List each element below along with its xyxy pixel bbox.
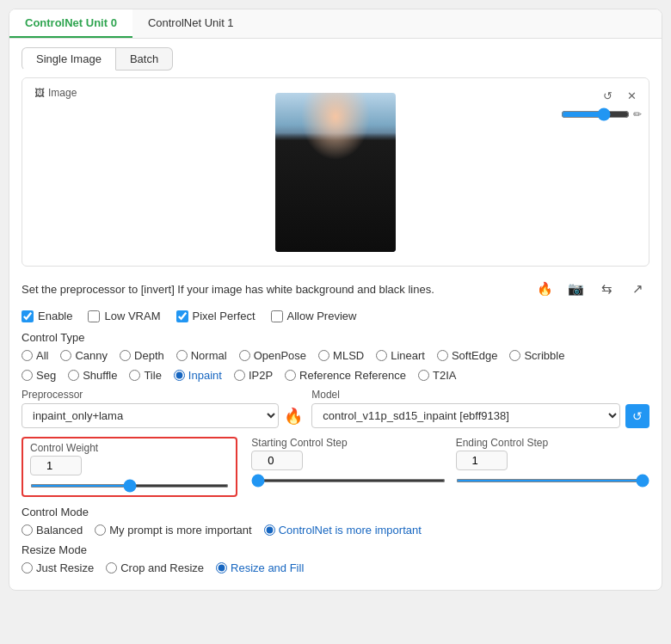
ending-step-input[interactable]: [456, 451, 508, 470]
reset-image-button[interactable]: ↺: [597, 85, 618, 106]
hint-text: Set the preprocessor to [invert] If your…: [22, 283, 434, 296]
radio-depth[interactable]: Depth: [120, 349, 164, 362]
ending-step-slider[interactable]: [456, 479, 649, 482]
starting-step-value-row: [251, 451, 445, 470]
tab-unit-1[interactable]: ControlNet Unit 1: [132, 9, 249, 38]
brightness-control: ✏: [561, 107, 642, 121]
fire-hint-icon[interactable]: 🔥: [532, 277, 557, 301]
tab-unit-0[interactable]: ControlNet Unit 0: [9, 9, 132, 38]
mode-tabs: Single Image Batch: [22, 47, 649, 71]
curve-hint-icon[interactable]: ↗: [625, 277, 649, 301]
radio-canny[interactable]: Canny: [60, 349, 108, 362]
low-vram-label: Low VRAM: [104, 310, 160, 322]
starting-step-input[interactable]: [251, 451, 303, 470]
resize-fill-label: Resize and Fill: [231, 561, 304, 574]
control-weight-slider[interactable]: [30, 484, 229, 488]
controlnet-important-label: ControlNet is more important: [279, 524, 422, 537]
radio-ip2p[interactable]: IP2P: [234, 369, 273, 382]
model-group: Model control_v11p_sd15_inpaint [ebff913…: [311, 389, 649, 428]
enable-checkbox-item[interactable]: Enable: [22, 310, 72, 322]
ending-step-value-row: [456, 451, 649, 470]
starting-step-slider[interactable]: [251, 479, 445, 482]
enable-checkbox[interactable]: [22, 310, 34, 322]
radio-reference[interactable]: ReferenceReference: [285, 369, 406, 382]
model-select[interactable]: control_v11p_sd15_inpaint [ebff9138]: [311, 403, 620, 428]
radio-seg[interactable]: Seg: [22, 369, 56, 382]
starting-step-label: Starting Control Step: [251, 437, 445, 449]
radio-mlsd[interactable]: MLSD: [318, 349, 364, 362]
camera-hint-icon[interactable]: 📷: [563, 277, 588, 301]
resize-mode-label: Resize Mode: [22, 543, 649, 556]
unit-tabs: ControlNet Unit 0 ControlNet Unit 1: [9, 9, 662, 39]
prompt-important-label: My prompt is more important: [109, 524, 251, 537]
preprocessor-group: Preprocessor inpaint_only+lama 🔥: [22, 389, 303, 428]
radio-resize-fill[interactable]: Resize and Fill: [216, 561, 304, 574]
radio-controlnet-important[interactable]: ControlNet is more important: [264, 524, 422, 537]
image-label: 🖼 Image: [29, 85, 82, 101]
image-actions: ↺ ✕: [597, 85, 642, 106]
model-select-row: control_v11p_sd15_inpaint [ebff9138] ↺: [311, 403, 649, 428]
low-vram-checkbox-item[interactable]: Low VRAM: [88, 310, 160, 322]
allow-preview-checkbox-item[interactable]: Allow Preview: [271, 310, 357, 322]
tab-single-image[interactable]: Single Image: [22, 47, 116, 71]
low-vram-checkbox[interactable]: [88, 310, 100, 322]
preprocessor-select-row: inpaint_only+lama 🔥: [22, 403, 303, 428]
control-weight-input[interactable]: [30, 456, 82, 475]
radio-softedge[interactable]: SoftEdge: [437, 349, 498, 362]
model-label: Model: [311, 389, 649, 401]
preproc-model-row: Preprocessor inpaint_only+lama 🔥 Model c…: [22, 389, 649, 428]
close-image-button[interactable]: ✕: [621, 85, 642, 106]
control-type-label: Control Type: [22, 331, 649, 344]
inner-content: Single Image Batch 🖼 Image ↺ ✕ ✏ Set the…: [9, 39, 662, 590]
radio-shuffle[interactable]: Shuffle: [68, 369, 117, 382]
enable-label: Enable: [38, 310, 72, 322]
control-type-row1: All Canny Depth Normal OpenPose MLSD Lin…: [22, 349, 649, 362]
ending-step-label: Ending Control Step: [456, 437, 649, 449]
slider-row: Control Weight Starting Control Step: [22, 437, 649, 497]
tab-batch[interactable]: Batch: [116, 47, 173, 71]
sliders-section: Control Weight Starting Control Step: [22, 437, 649, 497]
preprocessor-label: Preprocessor: [22, 389, 303, 401]
brightness-slider[interactable]: [561, 107, 630, 121]
hint-icons: 🔥 📷 ⇆ ↗: [532, 277, 649, 301]
controlnet-panel: ControlNet Unit 0 ControlNet Unit 1 Sing…: [9, 9, 662, 591]
step-sliders-pair: Starting Control Step Ending Control Ste…: [251, 437, 649, 485]
radio-openpose[interactable]: OpenPose: [239, 349, 306, 362]
control-weight-value-row: [30, 456, 229, 475]
just-resize-label: Just Resize: [36, 561, 94, 574]
resize-mode-section: Resize Mode Just Resize Crop and Resize …: [22, 543, 649, 574]
model-refresh-button[interactable]: ↺: [625, 404, 649, 428]
pixel-perfect-checkbox-item[interactable]: Pixel Perfect: [176, 310, 255, 322]
allow-preview-label: Allow Preview: [287, 310, 357, 322]
radio-crop-resize[interactable]: Crop and Resize: [106, 561, 204, 574]
radio-lineart[interactable]: Lineart: [376, 349, 425, 362]
pencil-icon: ✏: [633, 108, 642, 120]
radio-t2ia[interactable]: T2IA: [418, 369, 456, 382]
control-mode-label: Control Mode: [22, 506, 649, 518]
resize-mode-radios: Just Resize Crop and Resize Resize and F…: [22, 561, 649, 574]
radio-just-resize[interactable]: Just Resize: [22, 561, 94, 574]
control-mode-radios: Balanced My prompt is more important Con…: [22, 524, 649, 537]
fire-icon[interactable]: 🔥: [284, 407, 303, 426]
radio-balanced[interactable]: Balanced: [22, 524, 83, 537]
image-upload-area[interactable]: 🖼 Image ↺ ✕ ✏: [22, 77, 649, 267]
control-weight-group: Control Weight: [22, 437, 237, 497]
radio-prompt-important[interactable]: My prompt is more important: [95, 524, 251, 537]
ending-step-group: Ending Control Step: [456, 437, 649, 485]
radio-inpaint[interactable]: Inpaint: [174, 369, 222, 382]
allow-preview-checkbox[interactable]: [271, 310, 283, 322]
starting-step-group: Starting Control Step: [251, 437, 445, 485]
radio-all[interactable]: All: [22, 349, 48, 362]
radio-tile[interactable]: Tile: [129, 369, 161, 382]
control-mode-section: Control Mode Balanced My prompt is more …: [22, 506, 649, 537]
radio-scribble[interactable]: Scribble: [509, 349, 564, 362]
swap-hint-icon[interactable]: ⇆: [594, 277, 619, 301]
pixel-perfect-label: Pixel Perfect: [193, 310, 255, 322]
radio-normal[interactable]: Normal: [176, 349, 227, 362]
uploaded-image: [275, 93, 396, 252]
crop-resize-label: Crop and Resize: [120, 561, 204, 574]
control-weight-label: Control Weight: [30, 442, 229, 454]
pixel-perfect-checkbox[interactable]: [176, 310, 188, 322]
preprocessor-select[interactable]: inpaint_only+lama: [22, 403, 279, 428]
balanced-label: Balanced: [36, 524, 83, 537]
